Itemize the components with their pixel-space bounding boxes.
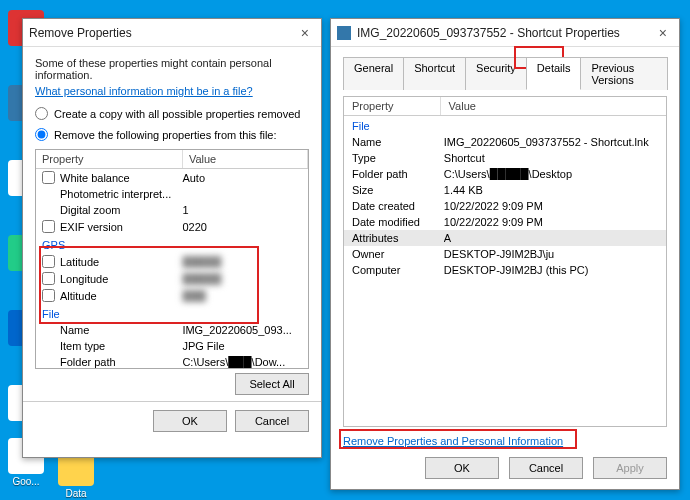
- list-header: Property Value: [36, 150, 308, 169]
- list-item[interactable]: NameIMG_20220605_093...: [36, 322, 308, 338]
- list-item[interactable]: Photometric interpret...: [36, 186, 308, 202]
- grid-row[interactable]: OwnerDESKTOP-J9IM2BJ\ju: [344, 246, 666, 262]
- tab-security[interactable]: Security: [465, 57, 527, 90]
- window-title: Remove Properties: [29, 26, 132, 40]
- shortcut-icon: [337, 26, 351, 40]
- col-value: Value: [441, 97, 666, 115]
- group-gps: GPS: [36, 235, 308, 253]
- ok-button[interactable]: OK: [425, 457, 499, 479]
- properties-window: IMG_20220605_093737552 - Shortcut Proper…: [330, 18, 680, 490]
- ok-button[interactable]: OK: [153, 410, 227, 432]
- tab-general[interactable]: General: [343, 57, 404, 90]
- tab-shortcut[interactable]: Shortcut: [403, 57, 466, 90]
- grid-row[interactable]: TypeShortcut: [344, 150, 666, 166]
- list-item[interactable]: White balanceAuto: [36, 169, 308, 186]
- list-item[interactable]: Latitude█████: [36, 253, 308, 270]
- group-file: File: [344, 116, 666, 134]
- select-all-button[interactable]: Select All: [235, 373, 309, 395]
- list-item[interactable]: Altitude███: [36, 287, 308, 304]
- info-text: Some of these properties might contain p…: [35, 57, 309, 81]
- list-item[interactable]: EXIF version0220: [36, 218, 308, 235]
- col-property: Property: [344, 97, 441, 115]
- list-item[interactable]: Longitude█████: [36, 270, 308, 287]
- close-icon[interactable]: ×: [653, 25, 673, 41]
- help-link[interactable]: What personal information might be in a …: [35, 85, 309, 97]
- col-property: Property: [36, 150, 183, 168]
- window-title: IMG_20220605_093737552 - Shortcut Proper…: [357, 26, 620, 40]
- grid-row[interactable]: ComputerDESKTOP-J9IM2BJ (this PC): [344, 262, 666, 278]
- titlebar: IMG_20220605_093737552 - Shortcut Proper…: [331, 19, 679, 47]
- remove-properties-window: Remove Properties × Some of these proper…: [22, 18, 322, 458]
- list-item[interactable]: Folder pathC:\Users\███\Dow...: [36, 354, 308, 369]
- close-icon[interactable]: ×: [295, 25, 315, 41]
- titlebar: Remove Properties ×: [23, 19, 321, 47]
- list-item[interactable]: Item typeJPG File: [36, 338, 308, 354]
- details-grid[interactable]: Property Value File NameIMG_20220605_093…: [343, 96, 667, 427]
- properties-listbox[interactable]: Property Value White balanceAuto Photome…: [35, 149, 309, 369]
- grid-row[interactable]: NameIMG_20220605_093737552 - Shortcut.ln…: [344, 134, 666, 150]
- svg-rect-0: [337, 26, 351, 40]
- grid-header: Property Value: [344, 97, 666, 116]
- grid-row[interactable]: Size1.44 KB: [344, 182, 666, 198]
- remove-properties-link[interactable]: Remove Properties and Personal Informati…: [343, 435, 563, 447]
- col-value: Value: [183, 150, 308, 168]
- grid-row[interactable]: AttributesA: [344, 230, 666, 246]
- tab-previous-versions[interactable]: Previous Versions: [580, 57, 668, 90]
- tabs: General Shortcut Security Details Previo…: [343, 57, 667, 90]
- radio-remove-following[interactable]: Remove the following properties from thi…: [35, 128, 309, 141]
- grid-row[interactable]: Date created10/22/2022 9:09 PM: [344, 198, 666, 214]
- cancel-button[interactable]: Cancel: [235, 410, 309, 432]
- radio-input[interactable]: [35, 128, 48, 141]
- cancel-button[interactable]: Cancel: [509, 457, 583, 479]
- group-file: File: [36, 304, 308, 322]
- list-item[interactable]: Digital zoom1: [36, 202, 308, 218]
- apply-button[interactable]: Apply: [593, 457, 667, 479]
- tab-details[interactable]: Details: [526, 57, 582, 90]
- radio-create-copy[interactable]: Create a copy with all possible properti…: [35, 107, 309, 120]
- radio-input[interactable]: [35, 107, 48, 120]
- grid-row[interactable]: Date modified10/22/2022 9:09 PM: [344, 214, 666, 230]
- grid-row[interactable]: Folder pathC:\Users\█████\Desktop: [344, 166, 666, 182]
